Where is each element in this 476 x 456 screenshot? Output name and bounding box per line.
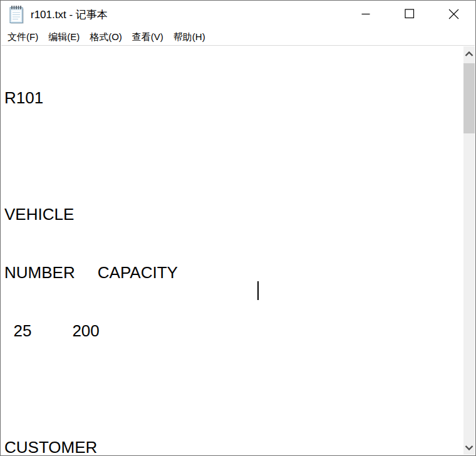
vertical-scrollbar[interactable]: [463, 46, 475, 455]
close-icon: [448, 9, 459, 21]
maximize-button[interactable]: [388, 1, 432, 29]
text-line: [4, 147, 463, 166]
scroll-up-button[interactable]: [463, 48, 475, 60]
text-line: 25 200: [4, 321, 463, 341]
text-line: VEHICLE: [4, 205, 463, 224]
minimize-button[interactable]: [344, 1, 388, 29]
menu-item-view[interactable]: 查看(V): [127, 29, 168, 45]
text-line: NUMBER CAPACITY: [4, 263, 463, 282]
scrollbar-thumb[interactable]: [463, 63, 475, 133]
notepad-window: r101.txt - 记事本: [0, 0, 476, 456]
chevron-up-icon: [465, 49, 473, 59]
text-line: CUSTOMER: [4, 438, 463, 455]
menu-item-help[interactable]: 帮助(H): [168, 29, 210, 45]
text-caret: [257, 281, 259, 300]
text-line: [4, 380, 463, 399]
notepad-icon: [9, 6, 26, 24]
editor-content: R101 VEHICLE NUMBER CAPACITY 25 200 CUST…: [1, 46, 463, 455]
menu-bar: 文件(F) 编辑(E) 格式(O) 查看(V) 帮助(H): [1, 29, 475, 46]
caption-buttons: [344, 1, 475, 29]
menu-item-edit[interactable]: 编辑(E): [43, 29, 85, 45]
menu-item-file[interactable]: 文件(F): [3, 29, 43, 45]
chevron-down-icon: [465, 443, 473, 452]
text-line: R101: [4, 88, 463, 108]
window-title: r101.txt - 记事本: [31, 8, 108, 22]
scroll-down-button[interactable]: [463, 442, 475, 453]
maximize-icon: [405, 9, 415, 21]
close-button[interactable]: [432, 1, 475, 29]
minimize-icon: [361, 9, 370, 20]
menu-item-format[interactable]: 格式(O): [85, 29, 127, 45]
titlebar[interactable]: r101.txt - 记事本: [1, 1, 475, 29]
text-editor[interactable]: R101 VEHICLE NUMBER CAPACITY 25 200 CUST…: [4, 49, 463, 455]
